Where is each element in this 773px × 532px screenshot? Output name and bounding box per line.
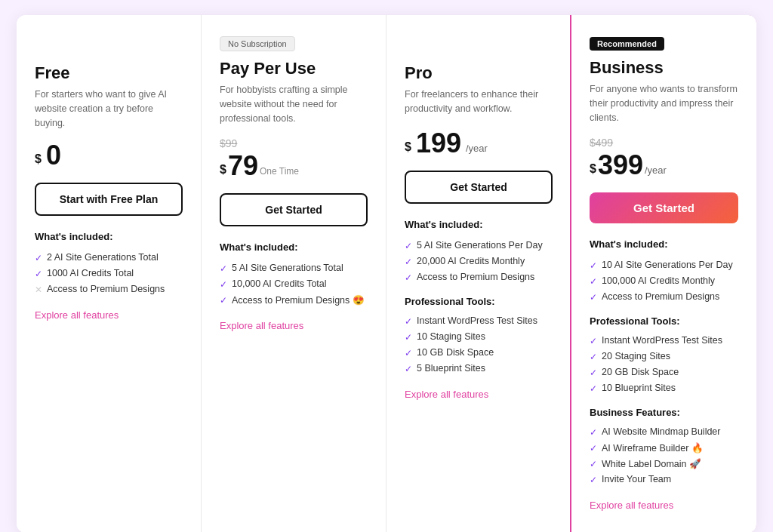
recommended-badge: Recommended [590,36,738,58]
feature-text: Access to Premium Designs 😍 [232,294,365,306]
check-icon: ✓ [590,427,597,438]
feature-item: ✓20 Staging Sites [590,349,738,364]
feature-text: 5 Blueprint Sites [417,363,485,374]
plan-description: For anyone who wants to transform their … [590,82,738,125]
whats-included-label: What's included: [590,238,738,250]
check-icon: ✓ [405,257,412,267]
feature-text: 20,000 AI Credits Monthly [417,256,525,266]
badge-placeholder [35,36,183,56]
feature-text: White Label Domain 🚀 [602,458,701,469]
check-icon: ✓ [405,316,412,327]
check-icon: ✓ [405,348,412,358]
feature-text: 2 AI Site Generations Total [47,252,159,263]
badge-placeholder [405,36,553,56]
feature-item: ✓10 GB Disk Space [405,345,553,361]
feature-text: 20 Staging Sites [602,351,670,361]
feature-text: AI Website Mindmap Builder [602,426,720,437]
feature-text: 100,000 AI Credits Monthly [602,275,715,286]
feature-item: ✓Invite Your Team [590,472,738,487]
feature-item: ✓Access to Premium Designs 😍 [220,292,368,308]
feature-item: ✓10 AI Site Generations Per Day [590,257,738,273]
cta-button-business[interactable]: Get Started [590,192,738,223]
cross-icon: ✕ [35,284,42,295]
price-row: $499$399/year [590,137,738,179]
feature-text: 10 Blueprint Sites [602,383,676,393]
price-amount: 0 [46,142,61,169]
check-icon: ✓ [590,443,597,454]
feature-text: 5 AI Site Generations Total [232,263,343,273]
price-amount: 399 [598,152,643,179]
cta-button-free[interactable]: Start with Free Plan [35,183,183,216]
plan-card-pay-per-use: No SubscriptionPay Per UseFor hobbyists … [202,15,386,532]
price-currency: $ [590,162,596,176]
cta-button-pro[interactable]: Get Started [405,171,553,204]
feature-item: ✓Instant WordPress Test Sites [590,333,738,349]
check-icon: ✓ [590,459,597,469]
feature-list-main: ✓10 AI Site Generations Per Day✓100,000 … [590,257,738,305]
check-icon: ✓ [590,276,597,287]
feature-list-section: ✓Instant WordPress Test Sites✓20 Staging… [590,333,738,396]
plan-description: For freelancers to enhance their product… [405,88,553,118]
feature-text: Access to Premium Designs [602,291,719,302]
feature-text: 5 AI Site Generations Per Day [417,240,543,251]
price-original: $99 [220,137,299,149]
check-icon: ✓ [405,332,412,343]
feature-item: ✓AI Wireframe Builder 🔥 [590,440,738,456]
feature-item: ✕Access to Premium Designs [35,281,183,297]
feature-item: ✓5 AI Site Generations Total [220,260,368,276]
cta-button-pay-per-use[interactable]: Get Started [220,193,368,226]
price-original: $499 [590,137,667,149]
feature-text: Access to Premium Designs [417,272,534,282]
price-original-col: $499$399/year [590,137,667,179]
feature-item: ✓Instant WordPress Test Sites [405,313,553,329]
feature-item: ✓Access to Premium Designs [590,289,738,305]
plan-name: Business [590,58,738,78]
feature-text: 20 GB Disk Space [602,367,679,377]
check-icon: ✓ [220,295,227,306]
feature-item: ✓20 GB Disk Space [590,364,738,380]
feature-list-section: ✓AI Website Mindmap Builder✓AI Wireframe… [590,424,738,487]
feature-text: Instant WordPress Test Sites [417,315,537,326]
plan-description: For hobbyists crafting a simple website … [220,83,368,125]
plan-name: Pay Per Use [220,59,368,78]
check-icon: ✓ [35,269,42,279]
no-subscription-badge: No Subscription [220,36,368,59]
check-icon: ✓ [220,279,227,290]
price-currency: $ [405,140,411,154]
section-title: Professional Tools: [590,315,738,327]
pricing-grid: FreeFor starters who want to give AI web… [17,15,756,532]
price-row: $0 [35,142,183,169]
price-period: /year [645,165,667,176]
check-icon: ✓ [405,272,412,283]
check-icon: ✓ [590,352,597,362]
feature-text: 10 AI Site Generations Per Day [602,260,733,270]
feature-text: Access to Premium Designs [47,284,165,294]
feature-item: ✓100,000 AI Credits Monthly [590,273,738,289]
feature-list-main: ✓2 AI Site Generations Total✓1000 AI Cre… [35,250,183,297]
plan-description: For starters who want to give AI website… [35,88,183,130]
feature-list-main: ✓5 AI Site Generations Total✓10,000 AI C… [220,260,368,308]
feature-list-main: ✓5 AI Site Generations Per Day✓20,000 AI… [405,238,553,285]
feature-item: ✓10 Blueprint Sites [590,380,738,396]
check-icon: ✓ [405,364,412,374]
feature-text: 10,000 AI Credits Total [232,278,327,289]
explore-link-pay-per-use[interactable]: Explore all features [220,320,303,331]
feature-item: ✓10 Staging Sites [405,329,553,345]
feature-item: ✓White Label Domain 🚀 [590,456,738,472]
explore-link-business[interactable]: Explore all features [590,500,673,511]
check-icon: ✓ [590,336,597,346]
explore-link-pro[interactable]: Explore all features [405,389,488,400]
feature-item: ✓5 AI Site Generations Per Day [405,238,553,254]
plan-name: Free [35,63,183,83]
price-amount: 199 [416,130,461,157]
feature-item: ✓Access to Premium Designs [405,269,553,285]
feature-item: ✓AI Website Mindmap Builder [590,424,738,440]
feature-text: 10 GB Disk Space [417,347,494,358]
whats-included-label: What's included: [220,241,368,253]
feature-text: 10 Staging Sites [417,331,485,342]
whats-included-label: What's included: [405,219,553,230]
explore-link-free[interactable]: Explore all features [35,309,119,321]
price-original-col: $99$79One Time [220,137,299,180]
check-icon: ✓ [590,292,597,303]
price-currency: $ [35,152,42,166]
